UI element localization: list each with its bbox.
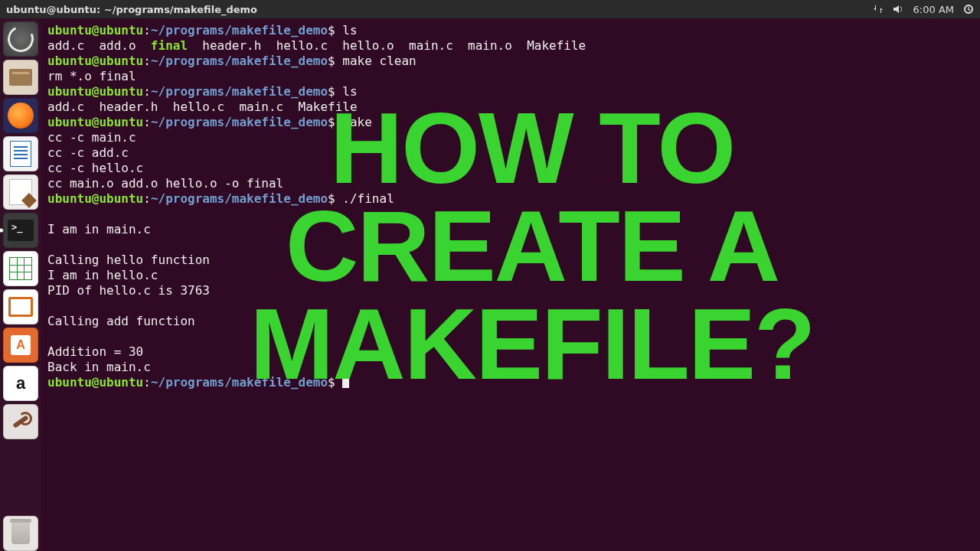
firefox-icon[interactable] [3, 98, 38, 133]
terminal-line: Calling add function [47, 314, 974, 329]
network-icon[interactable] [873, 4, 884, 15]
sound-icon[interactable] [893, 4, 904, 15]
top-panel: ubuntu@ubuntu: ~/programs/makefile_demo … [0, 0, 980, 18]
calc-icon[interactable] [3, 251, 38, 286]
impress-icon[interactable] [3, 289, 38, 324]
clock[interactable]: 6:00 AM [913, 4, 954, 15]
terminal-line: Calling hello function [47, 253, 974, 268]
terminal-line: add.c header.h hello.c main.c Makefile [47, 99, 974, 115]
terminal-line: add.c add.o final header.h hello.c hello… [47, 38, 974, 54]
software-icon[interactable] [3, 328, 38, 363]
amazon-icon[interactable]: a [3, 366, 38, 401]
terminal-line: cc -c main.c [47, 130, 974, 145]
terminal-line: ubuntu@ubuntu:~/programs/makefile_demo$ [47, 375, 974, 390]
dash-icon[interactable] [3, 21, 38, 57]
terminal-line: cc -c hello.c [47, 161, 974, 176]
terminal-line: ubuntu@ubuntu:~/programs/makefile_demo$ … [47, 84, 974, 99]
terminal-line: I am in hello.c [47, 268, 974, 283]
terminal-line: PID of hello.c is 3763 [47, 283, 974, 298]
text-editor-icon[interactable] [3, 174, 38, 210]
terminal-line: rm *.o final [47, 69, 974, 84]
terminal-line [47, 237, 974, 253]
terminal-line: ubuntu@ubuntu:~/programs/makefile_demo$ … [47, 115, 974, 130]
terminal-line: cc -c add.c [47, 145, 974, 161]
terminal-line: ubuntu@ubuntu:~/programs/makefile_demo$ … [47, 191, 974, 207]
window-title: ubuntu@ubuntu: ~/programs/makefile_demo [6, 4, 257, 15]
terminal-line [47, 207, 974, 222]
terminal-line: I am in main.c [47, 222, 974, 237]
terminal-line: cc main.o add.o hello.o -o final [47, 176, 974, 191]
terminal-line: ubuntu@ubuntu:~/programs/makefile_demo$ … [47, 54, 974, 69]
trash-icon[interactable] [3, 516, 38, 551]
terminal-line [47, 298, 974, 314]
terminal-line: Addition = 30 [47, 344, 974, 360]
terminal-line: ubuntu@ubuntu:~/programs/makefile_demo$ … [47, 23, 974, 38]
files-icon[interactable] [3, 60, 38, 95]
terminal-window[interactable]: ubuntu@ubuntu:~/programs/makefile_demo$ … [41, 18, 980, 551]
power-icon[interactable] [963, 4, 974, 15]
settings-icon[interactable] [3, 404, 38, 439]
launcher: a [0, 18, 41, 551]
terminal-line [47, 329, 974, 344]
terminal-line: Back in main.c [47, 360, 974, 375]
terminal-icon[interactable] [3, 213, 38, 248]
writer-icon[interactable] [3, 136, 38, 171]
